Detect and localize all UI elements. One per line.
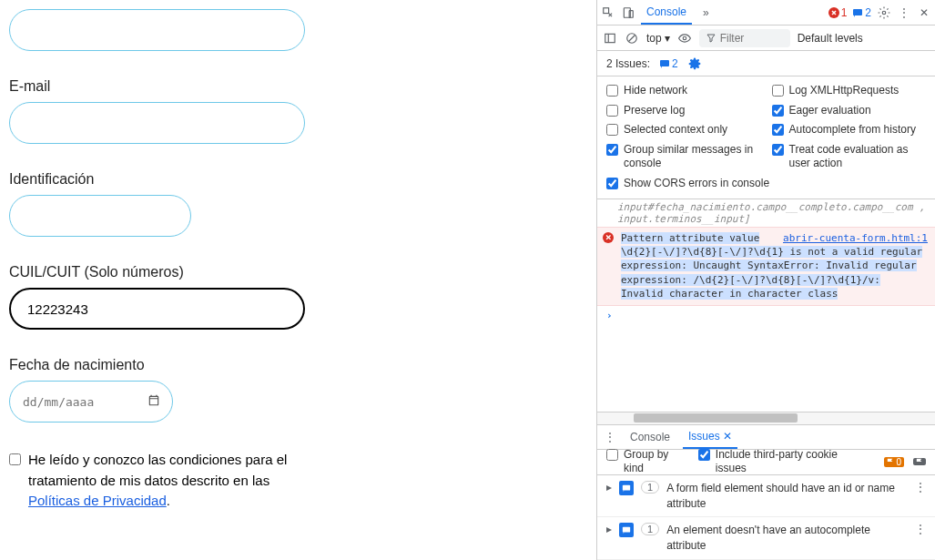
close-tab-icon[interactable]: ✕ [723, 430, 732, 443]
form-panel: E-mail Identificación CUIL/CUIT (Solo nú… [0, 0, 596, 560]
terms-prefix: He leído y conozco las condiciones para … [28, 452, 287, 488]
drawer-tab-issues[interactable]: Issues ✕ [683, 425, 737, 449]
hscroll-thumb[interactable] [634, 413, 798, 423]
name-field-group [9, 9, 587, 51]
cuil-label: CUIL/CUIT (Solo números) [9, 264, 587, 280]
error-badge[interactable]: 1 [828, 6, 848, 19]
message-badge[interactable]: 2 [852, 6, 871, 19]
check-log-xhr[interactable]: Log XMLHttpRequests [772, 84, 927, 98]
privacy-link[interactable]: Políticas de Privacidad [28, 493, 167, 508]
console-body[interactable]: input#fecha_nacimiento.campo__completo.c… [597, 199, 935, 412]
check-group-by-kind[interactable]: Group by kind [606, 448, 689, 476]
device-icon[interactable] [621, 5, 635, 20]
message-count: 2 [865, 6, 871, 19]
issues-count: 2 [672, 57, 678, 70]
eye-icon[interactable] [677, 31, 692, 46]
console-settings: Hide network Log XMLHttpRequests Preserv… [597, 76, 935, 199]
console-toolbar: top ▾ Default levels [597, 25, 935, 51]
check-include-third-party[interactable]: Include third-party cookie issues [698, 448, 867, 476]
filter-input[interactable] [720, 32, 766, 45]
issue-count: 1 [641, 523, 659, 535]
svg-point-10 [683, 36, 686, 40]
drawer-tab-console[interactable]: Console [625, 426, 676, 448]
svg-rect-4 [853, 9, 862, 15]
devtools-tabbar: Console » 1 2 ⋮ ✕ [597, 0, 935, 25]
console-prompt[interactable]: › [597, 306, 935, 325]
id-field-group: Identificación [9, 171, 587, 237]
console-error[interactable]: abrir-cuenta-form.html:1 Pattern attribu… [597, 227, 935, 306]
clear-icon[interactable] [625, 31, 639, 46]
issue-more-icon[interactable]: ⋮ [915, 523, 926, 535]
svg-rect-0 [604, 7, 609, 13]
check-selected-context[interactable]: Selected context only [606, 123, 761, 137]
console-log-tail: input#fecha_nacimiento.campo__completo.c… [597, 199, 935, 227]
svg-rect-6 [605, 34, 615, 42]
gear-icon[interactable] [877, 5, 891, 20]
svg-rect-14 [623, 527, 630, 533]
chevron-down-icon: ▾ [665, 32, 670, 45]
issue-text: An element doesn't have an autocomplete … [666, 523, 908, 554]
error-count: 1 [841, 6, 848, 19]
inspect-icon[interactable] [601, 5, 615, 20]
context-value: top [646, 32, 662, 45]
issue-icon [619, 523, 634, 537]
settings-gear-icon[interactable] [687, 56, 702, 71]
name-input[interactable] [9, 9, 305, 51]
cuil-field-group: CUIL/CUIT (Solo números) [9, 264, 587, 330]
more-icon[interactable]: ⋮ [897, 5, 911, 20]
levels-value: Default levels [798, 32, 863, 45]
drawer-tabbar: ⋮ Console Issues ✕ [597, 424, 935, 450]
expand-icon[interactable]: ▸ [606, 481, 612, 494]
issue-row-1[interactable]: ▸ 1 A form field element should have an … [597, 475, 935, 518]
check-group-similar[interactable]: Group similar messages in console [606, 143, 761, 171]
check-treat-eval[interactable]: Treat code evaluation as user action [772, 143, 927, 171]
email-input[interactable] [9, 102, 305, 144]
filter-icon [706, 33, 716, 44]
levels-select[interactable]: Default levels [798, 32, 863, 45]
terms-row: He leído y conozco las condiciones para … [9, 450, 291, 512]
svg-point-5 [882, 11, 886, 15]
terms-checkbox[interactable] [9, 453, 21, 465]
svg-line-9 [629, 35, 635, 41]
tab-more[interactable]: » [697, 2, 715, 24]
svg-rect-13 [623, 484, 630, 490]
drawer-more-icon[interactable]: ⋮ [603, 430, 617, 444]
check-preserve-log[interactable]: Preserve log [606, 104, 761, 118]
context-select[interactable]: top ▾ [646, 32, 670, 45]
issues-label: 2 Issues: [606, 57, 650, 70]
sidebar-toggle-icon[interactable] [603, 31, 617, 46]
issue-more-icon[interactable]: ⋮ [915, 481, 926, 494]
id-input[interactable] [9, 195, 191, 237]
issues-summary-bar: 2 Issues: 2 [597, 51, 935, 76]
check-eager-eval[interactable]: Eager evaluation [772, 104, 927, 118]
svg-rect-11 [660, 60, 669, 66]
id-label: Identificación [9, 171, 587, 188]
tab-console[interactable]: Console [641, 1, 692, 25]
email-field-group: E-mail [9, 78, 587, 144]
close-icon[interactable]: ✕ [917, 5, 931, 20]
issues-badge[interactable]: 2 [659, 57, 678, 70]
cuil-input[interactable] [9, 288, 305, 330]
issue-icon [619, 481, 634, 495]
flag-badge[interactable]: 0 [884, 457, 904, 467]
check-hide-network[interactable]: Hide network [606, 84, 761, 98]
email-label: E-mail [9, 78, 587, 95]
check-show-cors[interactable]: Show CORS errors in console [606, 177, 926, 191]
drawer-toolbar: Group by kind Include third-party cookie… [597, 450, 935, 475]
filter-box[interactable] [699, 29, 790, 47]
devtools-panel: Console » 1 2 ⋮ ✕ top ▾ [596, 0, 935, 560]
expand-icon[interactable]: ▸ [606, 523, 612, 535]
terms-suffix: . [167, 493, 170, 508]
terms-text: He leído y conozco las condiciones para … [28, 450, 291, 512]
birth-label: Fecha de nacimiento [9, 357, 587, 373]
check-autocomplete-history[interactable]: Autocomplete from history [772, 123, 927, 137]
birth-input[interactable] [9, 381, 173, 423]
console-hscroll[interactable] [597, 412, 935, 424]
flag-badge-gray[interactable] [913, 458, 926, 465]
error-file-link[interactable]: abrir-cuenta-form.html:1 [783, 231, 928, 245]
issue-count: 1 [641, 481, 659, 494]
issue-text: A form field element should have an id o… [666, 481, 908, 512]
issue-row-2[interactable]: ▸ 1 An element doesn't have an autocompl… [597, 517, 935, 560]
birth-field-group: Fecha de nacimiento [9, 357, 587, 423]
